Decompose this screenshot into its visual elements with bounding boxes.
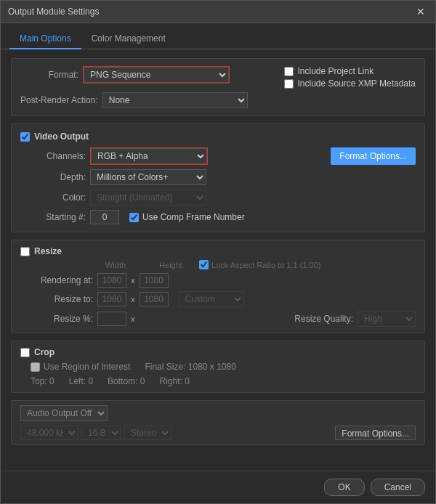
post-render-label: Post-Render Action: [20, 95, 98, 105]
resize-quality-select: High [358, 311, 416, 327]
audio-stereo-select: Stereo [124, 426, 171, 440]
tab-bar: Main Options Color Management [1, 23, 435, 49]
starting-number-input[interactable] [90, 210, 119, 224]
resize-pct-x: x [131, 314, 135, 323]
format-options-area: Format Options... [212, 147, 416, 165]
resize-to-width-input [97, 292, 126, 306]
main-content: Format: PNG Sequence Post-Render Action:… [1, 49, 435, 471]
channels-label: Channels: [20, 151, 86, 161]
format-label: Format: [20, 70, 78, 80]
depth-select[interactable]: Millions of Colors+ [90, 169, 206, 185]
use-comp-frame-checkbox[interactable] [129, 213, 139, 222]
audio-output-section: Audio Output Off 48.000 kHz 16 Bit Stere… [11, 400, 425, 445]
resize-pct-label: Resize %: [28, 314, 93, 324]
channels-row: Channels: RGB + Alpha Format Options... [20, 147, 416, 165]
resize-to-label: Resize to: [28, 294, 93, 304]
video-output-header: Video Output [20, 131, 416, 142]
ok-button[interactable]: OK [324, 479, 364, 496]
video-output-section: Video Output Channels: RGB + Alpha Forma… [11, 123, 425, 232]
audio-khz-select: 48.000 kHz [20, 426, 78, 440]
format-options-button[interactable]: Format Options... [331, 147, 416, 165]
resize-quality-label: Resize Quality: [294, 314, 353, 324]
use-comp-frame-check[interactable]: Use Comp Frame Number [129, 212, 245, 222]
resize-checkbox[interactable] [20, 247, 30, 256]
resize-custom-select: Custom [179, 291, 244, 307]
resize-inner: Width Height Lock Aspect Ratio to 1:1 (1… [20, 260, 416, 327]
bottom-val: 0 [140, 376, 145, 386]
lock-aspect-label: Lock Aspect Ratio to 1:1 (1.00) [211, 261, 320, 269]
channels-select[interactable]: RGB + Alpha [91, 148, 207, 164]
crop-header-row: Crop [20, 347, 416, 357]
rendering-at-row: Rendering at: x [28, 273, 416, 288]
resize-to-x: x [131, 295, 135, 304]
format-select[interactable]: PNG Sequence [84, 67, 229, 83]
post-render-row: Post-Render Action: None [20, 92, 272, 108]
resize-section: Resize Width Height Lock Aspect Ratio to… [11, 240, 425, 333]
color-label: Color: [20, 192, 86, 203]
resize-to-row: Resize to: x Custom [28, 291, 416, 307]
crop-title: Crop [34, 347, 54, 357]
format-section: Format: PNG Sequence Post-Render Action:… [11, 58, 425, 116]
channels-select-wrapper: RGB + Alpha [90, 147, 208, 165]
format-select-wrapper: PNG Sequence [83, 66, 230, 84]
include-source-meta-checkbox[interactable] [284, 79, 294, 89]
video-output-title: Video Output [34, 131, 89, 142]
starting-row: Starting #: Use Comp Frame Number [20, 210, 416, 224]
left-label: Left: [69, 376, 86, 386]
audio-format-options-button[interactable]: Format Options... [335, 426, 416, 440]
format-row: Format: PNG Sequence [20, 66, 272, 84]
crop-values-row: Top: 0 Left: 0 Bottom: 0 Right: 0 [28, 376, 416, 386]
right-label: Right: [160, 376, 182, 386]
roi-check: Use Region of Interest [31, 362, 130, 372]
width-header: Width [97, 261, 134, 269]
resize-title: Resize [34, 246, 62, 256]
final-size-label: Final Size: 1080 x 1080 [145, 362, 235, 372]
resize-labels-row: Width Height Lock Aspect Ratio to 1:1 (1… [28, 260, 416, 269]
format-top-row: Format: PNG Sequence Post-Render Action:… [20, 66, 416, 108]
rendering-x: x [131, 276, 135, 285]
color-select: Straight (Unmatted) [90, 190, 206, 206]
post-render-select[interactable]: None [102, 92, 248, 108]
format-left: Format: PNG Sequence Post-Render Action:… [20, 66, 272, 108]
crop-roi-row: Use Region of Interest Final Size: 1080 … [28, 362, 416, 372]
depth-row: Depth: Millions of Colors+ [20, 169, 416, 185]
resize-pct-row: Resize %: x Resize Quality: High [28, 311, 416, 327]
crop-checkbox[interactable] [20, 348, 30, 357]
audio-settings-row: 48.000 kHz 16 Bit Stereo Format Options.… [20, 426, 416, 440]
window-title: Output Module Settings [8, 7, 99, 17]
roi-checkbox [31, 362, 40, 372]
color-row: Color: Straight (Unmatted) [20, 190, 416, 206]
cancel-button[interactable]: Cancel [371, 479, 425, 496]
starting-label: Starting #: [20, 212, 86, 222]
top-label: Top: [31, 376, 47, 386]
roi-label: Use Region of Interest [44, 362, 130, 372]
meta-checks: Include Project Link Include Source XMP … [284, 66, 416, 108]
crop-inner: Use Region of Interest Final Size: 1080 … [20, 362, 416, 386]
include-project-link-checkbox[interactable] [284, 67, 294, 76]
audio-output-select[interactable]: Audio Output Off [20, 405, 108, 421]
tab-main-options[interactable]: Main Options [9, 29, 81, 49]
crop-section: Crop Use Region of Interest Final Size: … [11, 341, 425, 393]
include-source-meta-check[interactable]: Include Source XMP Metadata [284, 78, 416, 89]
lock-aspect-checkbox[interactable] [199, 260, 209, 269]
close-button[interactable]: ✕ [413, 7, 428, 17]
right-val: 0 [185, 376, 190, 386]
left-val: 0 [88, 376, 93, 386]
height-header: Height [153, 261, 189, 269]
title-bar: Output Module Settings ✕ [1, 1, 435, 23]
rendering-width-input [97, 273, 126, 288]
rendering-at-label: Rendering at: [28, 275, 93, 285]
footer: OK Cancel [1, 471, 435, 503]
video-output-checkbox[interactable] [20, 132, 30, 142]
bottom-label: Bottom: [108, 376, 137, 386]
tab-color-management[interactable]: Color Management [81, 29, 176, 49]
output-module-settings-window: Output Module Settings ✕ Main Options Co… [0, 0, 436, 504]
resize-pct-w-input [97, 312, 126, 326]
resize-to-height-input [140, 292, 169, 306]
audio-top-row: Audio Output Off [20, 405, 416, 421]
include-project-link-check[interactable]: Include Project Link [284, 66, 416, 76]
top-val: 0 [49, 376, 54, 386]
rendering-height-input [140, 273, 169, 288]
audio-bit-select: 16 Bit [81, 426, 121, 440]
resize-header-row: Resize [20, 246, 416, 256]
